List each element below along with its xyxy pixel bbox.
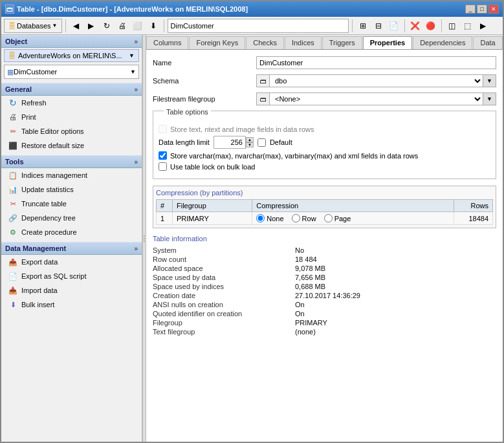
forward-button[interactable]: ▶	[84, 19, 98, 33]
tab-columns[interactable]: Columns	[146, 36, 188, 49]
general-section-header: General »	[1, 83, 142, 96]
tab-triggers[interactable]: Triggers	[322, 36, 362, 49]
sidebar-print-label: Print	[21, 113, 36, 121]
spin-down-button[interactable]: ▼	[246, 142, 254, 147]
window-icon: 🗃	[5, 5, 14, 14]
tab-properties[interactable]: Properties	[363, 36, 412, 50]
store-varchar-row: Store varchar(max), nvarchar(max), varbi…	[159, 151, 490, 160]
refresh-icon: ↻	[8, 98, 18, 108]
refresh-toolbar-button[interactable]: ↻	[100, 19, 114, 33]
info-row: Text filegroup(none)	[153, 328, 496, 336]
sidebar-update-stats-label: Update statistics	[21, 186, 74, 193]
object-section-collapse[interactable]: »	[134, 38, 138, 45]
tools-section-header: Tools »	[1, 155, 142, 168]
default-label: Default	[270, 138, 292, 146]
info-value: (none)	[295, 328, 316, 336]
radio-page[interactable]: Page	[324, 214, 351, 222]
filestream-dropdown-btn[interactable]: ▼	[483, 92, 496, 105]
sidebar-item-indices-management[interactable]: 📋 Indices management	[1, 168, 142, 182]
filestream-field-row: Filestream filegroup 🗃 <None> ▼	[153, 92, 496, 105]
script-button[interactable]: 📄	[387, 19, 401, 33]
tab-foreign-keys[interactable]: Foreign Keys	[189, 36, 245, 49]
radio-row-input[interactable]	[292, 214, 300, 222]
radio-none[interactable]: None	[256, 214, 283, 222]
spin-up-button[interactable]: ▲	[246, 137, 254, 142]
sidebar-item-import-data[interactable]: 📥 Import data	[1, 283, 142, 297]
action-button-2[interactable]: 🔴	[424, 19, 438, 33]
sidebar-item-bulk-insert[interactable]: ⬇ Bulk insert	[1, 297, 142, 312]
info-row: Quoted identifier on creationOn	[153, 310, 496, 318]
info-label: ANSI nulls on creation	[153, 301, 295, 308]
action-button-1[interactable]: ❌	[408, 19, 422, 33]
grid-button-2[interactable]: ⊟	[371, 19, 386, 33]
sidebar: Object » 🗄 AdventureWorks on MERLIN\S...…	[1, 35, 142, 442]
update-statistics-icon: 📊	[8, 184, 18, 195]
table-selector[interactable]: DimCustomer	[168, 19, 349, 33]
sidebar-item-refresh[interactable]: ↻ Refresh	[1, 96, 142, 110]
tab-checks[interactable]: Checks	[246, 36, 284, 49]
info-rows-container: SystemNoRow count18 484Allocated space9,…	[153, 246, 496, 336]
table-lock-checkbox[interactable]	[159, 162, 167, 171]
sidebar-item-export-sql[interactable]: 📄 Export as SQL script	[1, 269, 142, 283]
schema-dropdown-btn[interactable]: ▼	[483, 74, 496, 87]
name-input[interactable]	[256, 56, 496, 69]
minimize-button[interactable]: _	[465, 5, 476, 14]
maximize-button[interactable]: □	[477, 5, 487, 14]
radio-none-input[interactable]	[256, 214, 265, 222]
schema-select[interactable]: dbo	[269, 74, 483, 87]
row-num: 1	[157, 212, 173, 225]
more-options-button[interactable]: ▶	[476, 19, 490, 33]
name-label: Name	[153, 59, 256, 67]
default-checkbox[interactable]	[257, 138, 266, 147]
print-toolbar-button[interactable]: 🖨	[115, 19, 129, 33]
schema-select-row: 🗃 dbo ▼	[256, 74, 496, 87]
sidebar-item-restore-default-size[interactable]: ⬛ Restore default size	[1, 138, 142, 153]
info-row: Creation date27.10.2017 14:36:29	[153, 292, 496, 299]
sidebar-item-update-statistics[interactable]: 📊 Update statistics	[1, 182, 142, 197]
sidebar-dependency-label: Dependency tree	[21, 214, 76, 222]
radio-page-input[interactable]	[324, 214, 333, 222]
toolbar-separator-5	[441, 19, 442, 32]
radio-row[interactable]: Row	[292, 214, 316, 222]
toolbar: 🗄 Databases ▼ ◀ ▶ ↻ 🖨 ⬜ ⬇ DimCustomer ⊞ …	[1, 17, 503, 35]
tab-indices[interactable]: Indices	[285, 36, 322, 49]
col-compression-header: Compression	[252, 200, 454, 212]
radio-row-label: Row	[302, 215, 316, 222]
toolbar-separator-3	[352, 19, 353, 32]
sidebar-item-export-data[interactable]: 📤 Export data	[1, 255, 142, 269]
db-tree-item[interactable]: 🗄 AdventureWorks on MERLIN\S... ▼	[4, 49, 139, 62]
store-varchar-checkbox[interactable]	[159, 151, 167, 160]
store-text-checkbox[interactable]	[159, 125, 167, 133]
col-rows-header: Rows	[454, 200, 493, 212]
filestream-select[interactable]: <None>	[269, 92, 483, 105]
tab-dependencies[interactable]: Dependencies	[413, 36, 472, 49]
tools-section-collapse[interactable]: »	[134, 158, 138, 166]
table-info-title: Table information	[153, 235, 496, 243]
databases-button[interactable]: 🗄 Databases ▼	[4, 19, 62, 33]
stop-button[interactable]: ⬜	[131, 19, 145, 33]
back-button[interactable]: ◀	[69, 19, 83, 33]
table-tree-item[interactable]: ▦ DimCustomer ▼	[4, 65, 139, 79]
table-lock-row: Use table lock on bulk load	[159, 162, 490, 171]
data-length-input[interactable]	[214, 136, 246, 149]
data-section-collapse[interactable]: »	[134, 245, 138, 252]
info-label: Space used by data	[153, 274, 295, 281]
general-section-collapse[interactable]: »	[134, 86, 138, 93]
sidebar-item-truncate-table[interactable]: ✂ Truncate table	[1, 197, 142, 211]
grid-button-1[interactable]: ⊞	[356, 19, 370, 33]
tab-data[interactable]: Data	[473, 36, 502, 49]
table-options-group: Table options Store text, ntext and imag…	[153, 111, 496, 179]
sidebar-item-create-procedure[interactable]: ⚙ Create procedure	[1, 225, 142, 239]
sidebar-item-print[interactable]: 🖨 Print	[1, 110, 142, 124]
close-button[interactable]: ✕	[488, 5, 499, 14]
sidebar-item-dependency-tree[interactable]: 🔗 Dependency tree	[1, 211, 142, 225]
window-title: Table - [dbo.DimCustomer] - [AdventureWo…	[17, 5, 248, 13]
sidebar-export-label: Export data	[21, 258, 58, 266]
sidebar-item-table-editor-options[interactable]: ✏ Table Editor options	[1, 124, 142, 138]
object-section-label: Object	[5, 38, 27, 45]
layout-button-1[interactable]: ◫	[445, 19, 459, 33]
data-limit-row: Data length limit ▲ ▼ Default	[159, 136, 490, 149]
layout-button-2[interactable]: ⬚	[461, 19, 475, 33]
compression-radio-group: None Row Page	[256, 214, 450, 222]
download-button[interactable]: ⬇	[146, 19, 160, 33]
